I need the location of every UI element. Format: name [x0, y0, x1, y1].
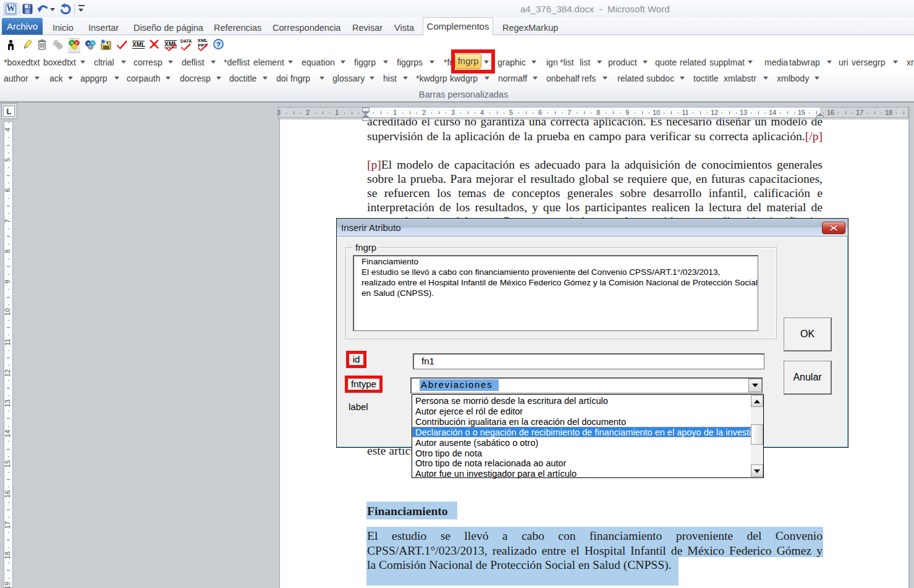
svg-text:?: ? [216, 41, 221, 48]
